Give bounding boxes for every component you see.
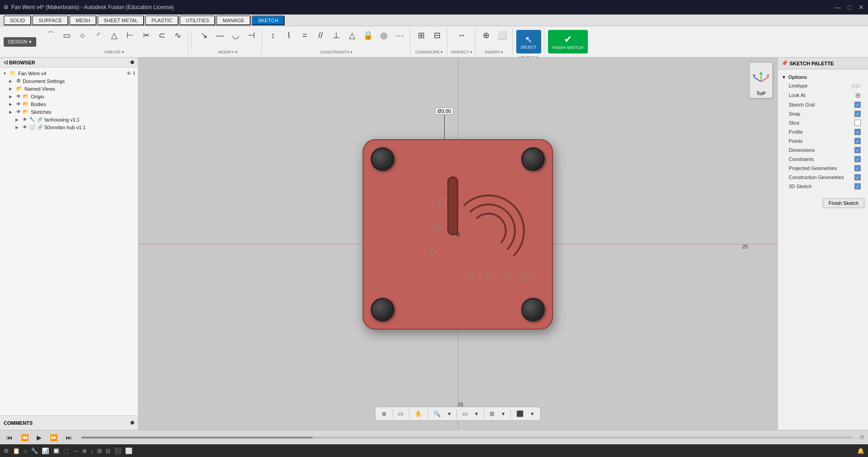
tree-50mmfan[interactable]: ▶ 👁 ⬜ 🔗 50mmfan hub v1:1 bbox=[0, 123, 138, 131]
canvas-area[interactable]: Ø3.00 bbox=[138, 58, 777, 430]
configure-table-button[interactable]: ⊟ bbox=[430, 30, 444, 41]
tree-bodies[interactable]: ▶ 👁 📂 Bodies bbox=[0, 100, 138, 108]
browser-collapse-icon[interactable]: ◁ bbox=[4, 59, 7, 65]
display-mode-button[interactable]: ▭ bbox=[460, 409, 470, 418]
status-icon-2[interactable]: 📋 bbox=[13, 447, 20, 454]
anim-start-button[interactable]: ⏮ bbox=[4, 433, 15, 442]
line-tool-button[interactable]: ⌒ bbox=[44, 30, 58, 41]
minimize-button[interactable]: — bbox=[834, 4, 841, 10]
fit-button[interactable]: ▭ bbox=[395, 409, 406, 418]
status-icon-10[interactable]: ↕ bbox=[91, 447, 94, 454]
tab-surface[interactable]: SURFACE bbox=[32, 15, 68, 25]
constraints-checkbox[interactable]: ✓ bbox=[854, 156, 861, 162]
trim-button[interactable]: ↘ bbox=[197, 30, 211, 41]
inspect-main-button[interactable]: ↔ bbox=[454, 30, 469, 41]
status-icon-1[interactable]: ⚙ bbox=[4, 447, 9, 454]
3d-sketch-checkbox[interactable]: ✓ bbox=[854, 183, 861, 190]
tree-fanhousing[interactable]: ▶ 👁 🔧 🔗 fanhousing v1:1 bbox=[0, 116, 138, 123]
status-icon-5[interactable]: 📊 bbox=[42, 447, 49, 454]
eye5-icon[interactable]: 👁 bbox=[23, 117, 27, 122]
construction-geo-checkbox[interactable]: ✓ bbox=[854, 174, 861, 180]
wave-tool-button[interactable]: ∿ bbox=[170, 30, 185, 41]
linetype-next-icon[interactable]: ▷ bbox=[857, 83, 861, 89]
tab-utilities[interactable]: UTILITIES bbox=[179, 15, 215, 25]
tab-solid[interactable]: SOLID bbox=[4, 15, 31, 25]
design-dropdown[interactable]: DESIGN ▾ bbox=[4, 37, 36, 47]
concentric-button[interactable]: ◎ bbox=[377, 30, 391, 41]
status-icon-7[interactable]: ⬚ bbox=[63, 447, 69, 454]
coincident-button[interactable]: ↕ bbox=[266, 30, 280, 41]
insert-image-button[interactable]: ⬜ bbox=[495, 30, 509, 41]
offset-tool-button[interactable]: ⊂ bbox=[155, 30, 169, 41]
timeline-bar[interactable] bbox=[81, 437, 853, 438]
maximize-button[interactable]: □ bbox=[846, 4, 853, 10]
status-icon-3[interactable]: ⌂ bbox=[24, 447, 27, 454]
hline-tool-button[interactable]: ⊢ bbox=[123, 30, 137, 41]
tab-manage[interactable]: MANAGE bbox=[216, 15, 251, 25]
tree-sketches[interactable]: ▶ 👁 📂 Sketches bbox=[0, 108, 138, 116]
mirror-button[interactable]: ⊣ bbox=[244, 30, 259, 41]
status-icon-6[interactable]: 🔲 bbox=[53, 447, 60, 454]
tab-plastic[interactable]: PLASTIC bbox=[145, 15, 179, 25]
anim-end-button[interactable]: ⏭ bbox=[63, 433, 75, 442]
spline-tool-button[interactable]: ✂ bbox=[139, 30, 153, 41]
slice-checkbox[interactable] bbox=[854, 120, 861, 126]
rect-tool-button[interactable]: ▭ bbox=[59, 30, 74, 41]
top-orientation-button[interactable]: ToP bbox=[749, 62, 773, 98]
status-icon-11[interactable]: ⊞ bbox=[97, 447, 102, 454]
triangle-tool-button[interactable]: △ bbox=[107, 30, 121, 41]
effects-button[interactable]: ⬛ bbox=[514, 409, 526, 418]
look-at-icon[interactable]: ⊞ bbox=[855, 92, 861, 99]
linetype-prev-icon[interactable]: ◁ bbox=[851, 83, 855, 89]
collinear-button[interactable]: ⌇ bbox=[281, 30, 296, 41]
fillet-button[interactable]: ◡ bbox=[228, 30, 243, 41]
grid-dropdown-button[interactable]: ▾ bbox=[499, 409, 508, 418]
status-icon-4[interactable]: 🔧 bbox=[31, 447, 38, 454]
tab-mesh[interactable]: MESH bbox=[69, 15, 97, 25]
parallel-button[interactable]: // bbox=[313, 30, 328, 41]
pivot-button[interactable]: ⊕ bbox=[379, 409, 389, 418]
grid-button[interactable]: ⊞ bbox=[487, 409, 497, 418]
configure-main-button[interactable]: ⊞ bbox=[414, 30, 428, 41]
sketch-grid-checkbox[interactable]: ✓ bbox=[854, 102, 861, 108]
tangent-button[interactable]: △ bbox=[345, 30, 359, 41]
display-dropdown-button[interactable]: ▾ bbox=[472, 409, 481, 418]
anim-play-button[interactable]: ▶ bbox=[34, 433, 44, 442]
tab-sketch[interactable]: SKETCH bbox=[252, 15, 285, 25]
snap-checkbox[interactable]: ✓ bbox=[854, 111, 861, 117]
eye-icon[interactable]: 👁 bbox=[126, 71, 131, 76]
status-icon-13[interactable]: ⬛ bbox=[114, 447, 121, 454]
eye2-icon[interactable]: 👁 bbox=[16, 94, 21, 99]
options-section-title[interactable]: ▼ Options bbox=[781, 73, 864, 81]
extend-button[interactable]: — bbox=[213, 30, 227, 41]
info-icon[interactable]: ℹ bbox=[133, 70, 135, 76]
anim-next-button[interactable]: ⏩ bbox=[47, 433, 60, 442]
projected-geo-checkbox[interactable]: ✓ bbox=[854, 165, 861, 171]
comments-add-icon[interactable]: ⊕ bbox=[130, 420, 134, 426]
close-button[interactable]: ✕ bbox=[858, 4, 864, 10]
pan-button[interactable]: ✋ bbox=[412, 409, 425, 418]
tree-doc-settings[interactable]: ▶ ⚙ Document Settings bbox=[0, 77, 138, 85]
browser-settings-icon[interactable]: ⊕ bbox=[130, 59, 134, 65]
zoom-dropdown-button[interactable]: ▾ bbox=[445, 409, 454, 418]
eye4-icon[interactable]: 👁 bbox=[16, 109, 21, 114]
arc-tool-button[interactable]: ◜ bbox=[91, 30, 106, 41]
status-icon-9[interactable]: ⊕ bbox=[82, 447, 87, 454]
select-main-button[interactable]: ↖ SELECT bbox=[516, 30, 541, 53]
more-constraints-button[interactable]: ⋯ bbox=[393, 30, 407, 41]
dimensions-checkbox[interactable]: ✓ bbox=[854, 147, 861, 153]
lock-button[interactable]: 🔒 bbox=[361, 30, 375, 41]
palette-finish-sketch-button[interactable]: Finish Sketch bbox=[823, 198, 864, 208]
profile-checkbox[interactable]: ✓ bbox=[854, 129, 861, 135]
finish-sketch-button[interactable]: ✔ FINISH SKETCH bbox=[548, 30, 588, 53]
effects-dropdown-button[interactable]: ▾ bbox=[528, 409, 537, 418]
points-checkbox[interactable]: ✓ bbox=[854, 138, 861, 144]
eye3-icon[interactable]: 👁 bbox=[16, 102, 21, 107]
notification-icon[interactable]: 🔔 bbox=[857, 447, 864, 454]
perp-button[interactable]: ⊥ bbox=[329, 30, 344, 41]
circle-tool-button[interactable]: ○ bbox=[75, 30, 90, 41]
insert-main-button[interactable]: ⊕ bbox=[479, 30, 494, 41]
dim-button[interactable]: = bbox=[297, 30, 312, 41]
zoom-button[interactable]: 🔍 bbox=[431, 409, 443, 418]
tree-named-views[interactable]: ▶ 📂 Named Views bbox=[0, 85, 138, 92]
